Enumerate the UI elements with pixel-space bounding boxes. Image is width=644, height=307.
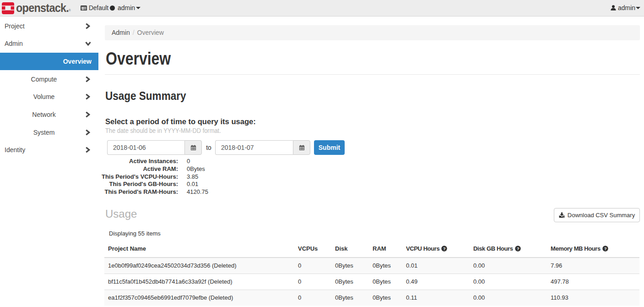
svg-text:?: ? [516,247,519,251]
svg-text:?: ? [604,247,606,251]
svg-text:?: ? [443,247,445,251]
